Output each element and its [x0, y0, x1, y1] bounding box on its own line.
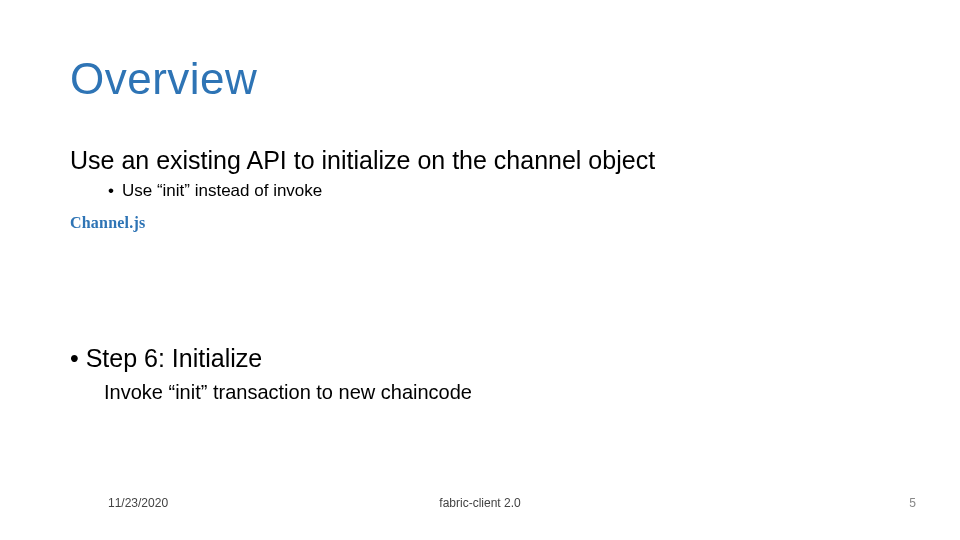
channel-js-label: Channel.js [70, 214, 145, 232]
slide: Overview Use an existing API to initiali… [0, 0, 960, 540]
step-6-subtext: Invoke “init” transaction to new chainco… [104, 381, 900, 404]
slide-title: Overview [70, 54, 257, 104]
content-sub-bullet-1: Use “init” instead of invoke [108, 181, 900, 201]
content-block: Use an existing API to initialize on the… [70, 140, 900, 201]
step-block: • Step 6: Initialize Invoke “init” trans… [70, 344, 900, 404]
footer-page-number: 5 [909, 496, 916, 510]
content-line-1: Use an existing API to initialize on the… [70, 146, 900, 175]
step-6-title: • Step 6: Initialize [70, 344, 900, 373]
footer-center: fabric-client 2.0 [0, 496, 960, 510]
